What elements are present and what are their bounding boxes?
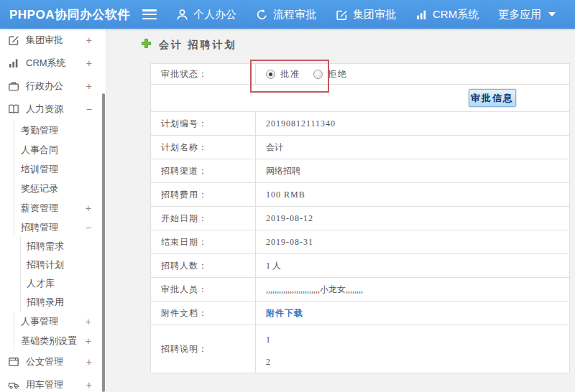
sidebar-item-documents[interactable]: 公文管理 + [0, 350, 106, 373]
description-line-1: 1 [266, 335, 559, 345]
sidebar-item-recruit-mgmt[interactable]: 招聘管理 − [14, 218, 106, 237]
expand-plus-icon[interactable]: + [86, 80, 106, 92]
sidebar-item-label: 招聘需求 [27, 240, 64, 253]
sidebar-item-hr[interactable]: 人力资源 − [0, 98, 106, 121]
sidebar-item-base-category[interactable]: 基础类别设置 + [14, 331, 106, 350]
table-row: 审批人员： ,,,,,,,,,,,,,,,,,,,,,,,,,小龙女,,,,,,… [151, 278, 570, 302]
field-value: 批准 拒绝 [256, 64, 570, 85]
sidebar-item-label: 集团审批 [26, 34, 63, 47]
table-row: 招聘渠道： 网络招聘 [151, 159, 570, 183]
user-icon [176, 9, 188, 21]
approval-radio-group: 批准 拒绝 [266, 68, 559, 80]
field-label: 计划编号： [151, 112, 256, 136]
expand-plus-icon[interactable]: + [86, 34, 106, 46]
field-value: 附件下载 [256, 302, 570, 325]
field-label: 审批状态： [151, 64, 256, 85]
field-label: 开始日期： [151, 207, 256, 230]
field-label: 审批人员： [151, 278, 256, 302]
field-value: 100 RMB [256, 183, 570, 207]
nav-process-approval[interactable]: 流程审批 [256, 8, 316, 22]
sidebar-item-salary[interactable]: 薪资管理 + [14, 198, 106, 218]
sidebar-item-personnel[interactable]: 人事管理 + [14, 312, 106, 331]
sidebar-item-group-approval[interactable]: 集团审批 + [0, 29, 106, 52]
table-row: 审批信息 [151, 85, 570, 112]
sidebar-item-recruit-need[interactable]: 招聘需求 [20, 237, 106, 256]
field-label: 计划名称： [151, 136, 256, 159]
caret-down-icon [548, 12, 556, 17]
app-logo: PHPOA协同办公软件 [0, 6, 138, 23]
field-label: 招聘人数： [151, 254, 256, 278]
table-row: 计划编号： 20190812111340 [151, 112, 570, 136]
recruit-plan-detail-table: 审批状态： 批准 拒绝 审批信息 计划编号： 20190812111340 计划… [150, 63, 570, 373]
sidebar-item-talent-pool[interactable]: 人才库 [20, 274, 106, 293]
sidebar-scrollbar[interactable] [102, 93, 105, 392]
nav-more-apps[interactable]: 更多应用 [498, 8, 556, 22]
sidebar-item-attendance[interactable]: 考勤管理 [14, 121, 106, 140]
sidebar-item-vehicle[interactable]: 用车管理 + [0, 373, 106, 392]
sidebar-item-label: 人才库 [27, 277, 55, 290]
sidebar-item-label: 人事合同 [21, 144, 58, 157]
top-header: PHPOA协同办公软件 个人办公 流程审批 集团审批 CRM系统 [0, 0, 575, 29]
sidebar-item-label: 公文管理 [26, 355, 63, 368]
nav-label: 个人办公 [193, 8, 236, 22]
sidebar-item-label: 考勤管理 [21, 124, 58, 137]
briefcase-icon [8, 80, 20, 92]
field-label: 结束日期： [151, 230, 256, 254]
field-value: 20190812111340 [256, 112, 570, 136]
process-icon [256, 9, 268, 21]
field-value: 1 2 [256, 325, 570, 373]
sidebar-item-label: 招聘计划 [27, 258, 64, 271]
radio-approve[interactable] [266, 70, 275, 79]
nav-label: 流程审批 [273, 8, 316, 22]
nav-crm-system[interactable]: CRM系统 [415, 8, 479, 22]
nav-label: CRM系统 [433, 8, 479, 22]
table-row: 计划名称： 会计 [151, 136, 570, 159]
document-icon [8, 356, 20, 368]
field-value: 网络招聘 [256, 159, 570, 183]
field-label: 招聘说明： [151, 325, 256, 373]
sidebar-item-rewards[interactable]: 奖惩记录 [14, 179, 106, 198]
table-row: 附件文档： 附件下载 [151, 302, 570, 325]
nav-label: 更多应用 [498, 8, 541, 22]
field-value: 1 人 [256, 254, 570, 278]
breadcrumb: 会计 招聘计划 [141, 38, 237, 52]
radio-reject[interactable] [313, 70, 323, 79]
top-nav: 个人办公 流程审批 集团审批 CRM系统 更多应用 [157, 8, 556, 22]
sidebar-item-recruit-hire[interactable]: 招聘录用 [20, 293, 106, 312]
field-label: 附件文档： [151, 302, 256, 325]
bar-chart-icon [415, 9, 428, 21]
table-row: 审批状态： 批准 拒绝 [151, 64, 570, 85]
edit-square-icon [336, 9, 348, 21]
sidebar-item-label: 奖惩记录 [21, 182, 58, 195]
field-value: ,,,,,,,,,,,,,,,,,,,,,,,,,小龙女,,,,,,,, [256, 278, 570, 302]
hamburger-menu-icon[interactable] [142, 9, 157, 19]
expand-plus-icon[interactable]: + [86, 57, 106, 69]
sidebar-item-recruit-plan[interactable]: 招聘计划 [20, 256, 106, 274]
sidebar: 集团审批 + CRM系统 + 行政办公 + 人力资源 − 考勤管理 人事合同 培… [0, 29, 106, 392]
sidebar-item-label: CRM系统 [26, 57, 66, 70]
sidebar-item-hr-contract[interactable]: 人事合同 [14, 140, 106, 159]
car-icon [8, 379, 20, 391]
sidebar-item-label: 招聘管理 [21, 221, 58, 234]
bar-chart-icon [8, 57, 20, 69]
sidebar-item-label: 基础类别设置 [21, 335, 77, 347]
approval-info-button[interactable]: 审批信息 [469, 89, 516, 107]
field-value: 2019-08-31 [256, 230, 570, 254]
sidebar-item-label: 人事管理 [21, 315, 58, 328]
radio-reject-label: 拒绝 [328, 68, 348, 80]
nav-personal-office[interactable]: 个人办公 [176, 8, 236, 22]
book-icon [8, 103, 20, 115]
sidebar-item-training[interactable]: 培训管理 [14, 159, 106, 179]
sidebar-item-label: 行政办公 [26, 80, 63, 93]
attachment-download-link[interactable]: 附件下载 [266, 308, 303, 318]
nav-label: 集团审批 [353, 8, 396, 22]
sidebar-item-admin-office[interactable]: 行政办公 + [0, 75, 106, 98]
add-icon[interactable] [141, 38, 152, 52]
sidebar-item-label: 用车管理 [26, 378, 63, 391]
sidebar-item-crm[interactable]: CRM系统 + [0, 52, 106, 75]
button-cell: 审批信息 [151, 85, 570, 112]
sidebar-item-label: 培训管理 [21, 163, 58, 176]
field-label: 招聘费用： [151, 183, 256, 207]
nav-group-approval[interactable]: 集团审批 [336, 8, 396, 22]
sidebar-item-label: 薪资管理 [21, 202, 58, 215]
